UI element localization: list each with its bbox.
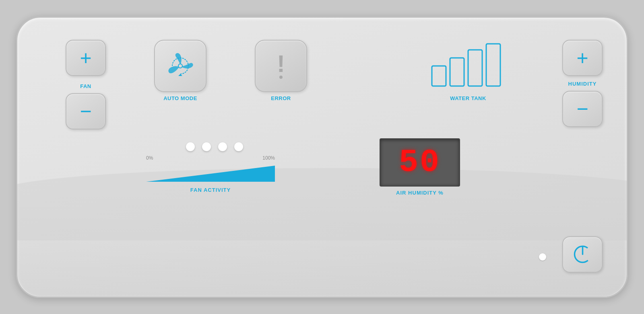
- humidity-value: 50: [399, 146, 441, 179]
- air-humidity-display: 50 AIR HUMIDITY %: [380, 138, 460, 196]
- auto-mode-label: AUTO MODE: [163, 95, 197, 101]
- humidity-plus-icon: +: [576, 48, 588, 68]
- auto-mode-button[interactable]: [154, 40, 206, 92]
- fan-bar-container: 0% 100%: [146, 155, 275, 185]
- svg-point-3: [279, 76, 283, 79]
- svg-marker-1: [178, 74, 182, 76]
- plus-icon: +: [80, 48, 91, 68]
- digital-display: 50: [380, 138, 460, 187]
- fan-dots: [186, 142, 243, 151]
- indicator-dot: [539, 253, 546, 261]
- water-tank-display: [428, 40, 508, 92]
- humidity-plus-button[interactable]: +: [562, 40, 603, 76]
- fan-section: + FAN −: [66, 40, 106, 129]
- fan-minus-button[interactable]: −: [66, 93, 106, 129]
- error-icon: !: [271, 50, 291, 82]
- error-section: ! ERROR: [255, 40, 307, 101]
- auto-mode-section: AUTO MODE: [154, 40, 206, 101]
- minus-icon: −: [80, 101, 91, 121]
- fan-bar-low: 0%: [146, 155, 153, 161]
- power-icon: [572, 243, 594, 265]
- error-label: ERROR: [271, 95, 291, 101]
- fan-bar-high: 100%: [262, 155, 275, 161]
- fan-icon: [164, 50, 196, 82]
- wave-curve: [16, 168, 628, 240]
- main-panel: + FAN −: [16, 16, 628, 298]
- humidity-minus-button[interactable]: −: [562, 91, 603, 127]
- fan-activity-label: FAN ACTIVITY: [190, 187, 231, 193]
- svg-rect-6: [468, 50, 482, 86]
- water-tank-label: WATER TANK: [450, 95, 486, 101]
- fan-activity-bar: [146, 162, 275, 184]
- humidity-minus-icon: −: [576, 99, 588, 119]
- svg-rect-4: [432, 66, 446, 86]
- svg-rect-5: [450, 58, 464, 86]
- water-tank-section: WATER TANK: [428, 40, 508, 101]
- fan-bar-labels: 0% 100%: [146, 155, 275, 161]
- air-humidity-label: AIR HUMIDITY %: [396, 190, 444, 196]
- humidity-section: + HUMIDITY −: [562, 40, 603, 127]
- water-tank-icon: [428, 42, 508, 90]
- svg-rect-7: [486, 44, 500, 86]
- power-button[interactable]: [562, 236, 603, 273]
- fan-plus-button[interactable]: +: [66, 40, 106, 76]
- fan-dot-1: [186, 142, 195, 151]
- svg-text:!: !: [277, 50, 285, 77]
- humidity-label: HUMIDITY: [568, 81, 597, 87]
- fan-dot-3: [218, 142, 227, 151]
- fan-activity-section: 0% 100% FAN ACTIVITY: [146, 142, 275, 193]
- fan-dot-4: [234, 142, 243, 151]
- svg-marker-8: [146, 166, 275, 182]
- fan-label: FAN: [80, 83, 91, 89]
- fan-dot-2: [202, 142, 211, 151]
- error-button[interactable]: !: [255, 40, 307, 92]
